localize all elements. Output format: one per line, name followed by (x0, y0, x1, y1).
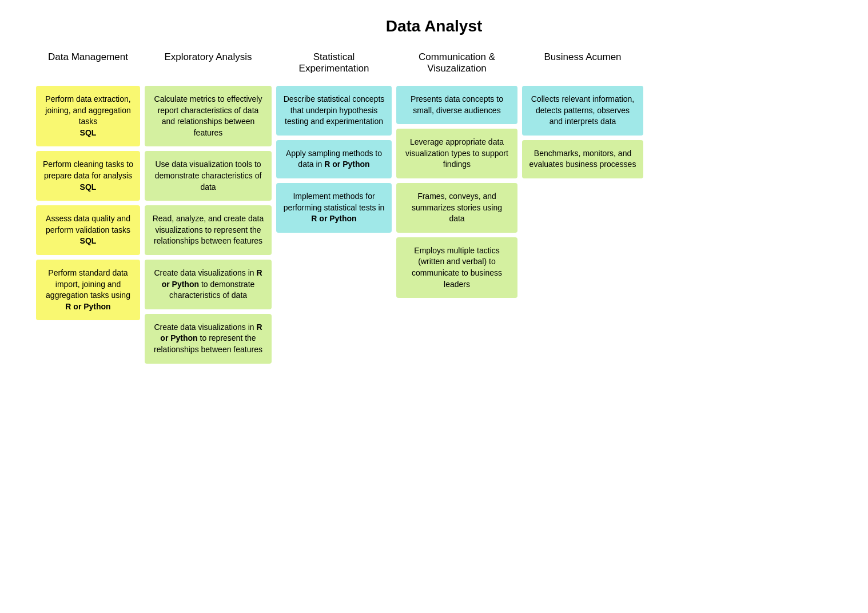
col-header-communication: Communication & Visuzalization (394, 47, 520, 83)
cell-ea-1: Calculate metrics to effectively report … (145, 86, 272, 146)
col-header-business-acumen: Business Acumen (520, 47, 646, 83)
bold-sql-3: SQL (80, 236, 97, 245)
cell-ea-3: Read, analyze, and create data visualiza… (145, 205, 272, 255)
bold-r-python-4: R or Python (324, 160, 369, 169)
bold-r-python-5: R or Python (311, 214, 356, 223)
col-statistical-experimentation: Describe statistical concepts that under… (274, 83, 394, 366)
cell-dm-4: Perform standard data import, joining an… (36, 260, 140, 320)
cell-dm-2: Perform cleaning tasks to prepare data f… (36, 151, 140, 201)
col-header-exploratory-analysis: Exploratory Analysis (142, 47, 274, 83)
cell-se-2: Apply sampling methods to data in R or P… (276, 140, 392, 178)
cell-cv-4: Employs multiple tactics (written and ve… (396, 237, 517, 298)
bold-r-python-3: R or Python (160, 323, 262, 343)
col-header-statistical-experimentation: Statistical Experimentation (274, 47, 394, 83)
cell-se-1: Describe statistical concepts that under… (276, 86, 392, 136)
col-data-management: Perform data extraction, joining, and ag… (34, 83, 142, 366)
col-header-data-management: Data Management (34, 47, 142, 83)
bold-sql-1: SQL (80, 128, 97, 137)
cell-ea-5: Create data visualizations in R or Pytho… (145, 314, 272, 364)
cell-ba-1: Collects relevant information, detects p… (522, 86, 643, 136)
cell-ea-2: Use data visualization tools to demonstr… (145, 151, 272, 201)
cell-cv-1: Presents data concepts to small, diverse… (396, 86, 517, 124)
cell-se-3: Implement methods for performing statist… (276, 183, 392, 233)
col-communication: Presents data concepts to small, diverse… (394, 83, 520, 366)
bold-r-python-1: R or Python (65, 302, 110, 311)
cell-ea-4: Create data visualizations in R or Pytho… (145, 260, 272, 309)
cell-cv-2: Leverage appropriate data visualization … (396, 129, 517, 178)
col-business-acumen: Collects relevant information, detects p… (520, 83, 646, 366)
cell-dm-3: Assess data quality and perform validati… (36, 205, 140, 255)
bold-sql-2: SQL (80, 182, 97, 192)
main-grid: Data Management Exploratory Analysis Sta… (34, 47, 834, 366)
cell-dm-1: Perform data extraction, joining, and ag… (36, 86, 140, 146)
cell-cv-3: Frames, conveys, and summarizes stories … (396, 183, 517, 233)
bold-r-python-2: R or Python (162, 268, 262, 289)
col-exploratory-analysis: Calculate metrics to effectively report … (142, 83, 274, 366)
page-title: Data Analyst (17, 17, 851, 35)
cell-ba-2: Benchmarks, monitors, and evaluates busi… (522, 140, 643, 178)
